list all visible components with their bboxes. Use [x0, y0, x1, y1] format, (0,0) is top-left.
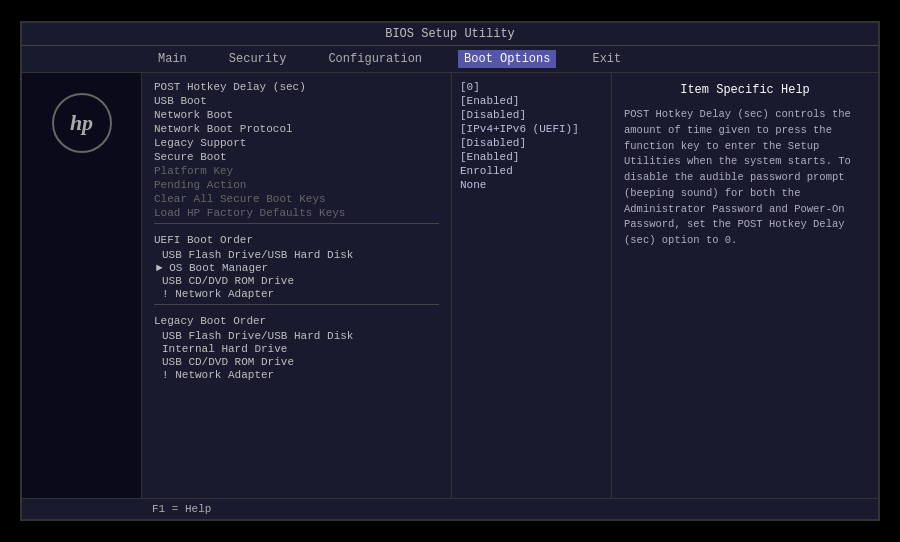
value-pending-action: None [460, 179, 603, 191]
option-label-network-boot-protocol: Network Boot Protocol [154, 123, 293, 135]
uefi-item-1[interactable]: USB Flash Drive/USB Hard Disk [154, 249, 439, 261]
option-network-boot[interactable]: Network Boot [154, 109, 439, 121]
bios-screen: BIOS Setup Utility Main Security Configu… [20, 21, 880, 521]
option-label-load-hp-defaults: Load HP Factory Defaults Keys [154, 207, 345, 219]
option-usb-boot[interactable]: USB Boot [154, 95, 439, 107]
divider-uefi [154, 223, 439, 224]
option-post-hotkey[interactable]: POST Hotkey Delay (sec) [154, 81, 439, 93]
legacy-item-3[interactable]: USB CD/DVD ROM Drive [154, 356, 439, 368]
value-usb-boot: [Enabled] [460, 95, 603, 107]
hp-logo: hp [52, 93, 112, 153]
menu-boot-options[interactable]: Boot Options [458, 50, 556, 68]
menu-security[interactable]: Security [223, 50, 293, 68]
option-label-network-boot: Network Boot [154, 109, 233, 121]
uefi-boot-order-header: UEFI Boot Order [154, 234, 439, 246]
value-network-boot-protocol: [IPv4+IPv6 (UEFI)] [460, 123, 603, 135]
option-network-boot-protocol[interactable]: Network Boot Protocol [154, 123, 439, 135]
option-legacy-support[interactable]: Legacy Support [154, 137, 439, 149]
divider-legacy [154, 304, 439, 305]
options-panel: POST Hotkey Delay (sec) USB Boot Network… [142, 73, 452, 498]
help-title: Item Specific Help [624, 83, 866, 97]
uefi-item-4[interactable]: ! Network Adapter [154, 288, 439, 300]
sidebar: hp [22, 73, 142, 498]
legacy-boot-order-header: Legacy Boot Order [154, 315, 439, 327]
menu-main[interactable]: Main [152, 50, 193, 68]
menu-exit[interactable]: Exit [586, 50, 627, 68]
option-label-usb-boot: USB Boot [154, 95, 207, 107]
option-label-legacy-support: Legacy Support [154, 137, 246, 149]
legacy-item-1[interactable]: USB Flash Drive/USB Hard Disk [154, 330, 439, 342]
option-label-post-hotkey: POST Hotkey Delay (sec) [154, 81, 306, 93]
option-clear-secure-boot[interactable]: Clear All Secure Boot Keys [154, 193, 439, 205]
option-platform-key[interactable]: Platform Key [154, 165, 439, 177]
help-text: POST Hotkey Delay (sec) controls the amo… [624, 107, 866, 249]
uefi-item-2[interactable]: ► OS Boot Manager [154, 262, 439, 274]
value-post-hotkey: [0] [460, 81, 603, 93]
value-network-boot: [Disabled] [460, 109, 603, 121]
legacy-item-2[interactable]: Internal Hard Drive [154, 343, 439, 355]
value-secure-boot: [Enabled] [460, 151, 603, 163]
option-pending-action[interactable]: Pending Action [154, 179, 439, 191]
option-label-clear-secure-boot: Clear All Secure Boot Keys [154, 193, 326, 205]
option-secure-boot[interactable]: Secure Boot [154, 151, 439, 163]
legacy-item-4[interactable]: ! Network Adapter [154, 369, 439, 381]
option-label-secure-boot: Secure Boot [154, 151, 227, 163]
value-legacy-support: [Disabled] [460, 137, 603, 149]
menu-configuration[interactable]: Configuration [322, 50, 428, 68]
option-load-hp-defaults[interactable]: Load HP Factory Defaults Keys [154, 207, 439, 219]
footer-help-label: F1 = Help [152, 503, 211, 515]
title-bar: BIOS Setup Utility [22, 23, 878, 46]
footer: F1 = Help [22, 498, 878, 519]
bios-title: BIOS Setup Utility [385, 27, 515, 41]
values-panel: [0] [Enabled] [Disabled] [IPv4+IPv6 (UEF… [452, 73, 612, 498]
help-panel: Item Specific Help POST Hotkey Delay (se… [612, 73, 878, 498]
uefi-item-3[interactable]: USB CD/DVD ROM Drive [154, 275, 439, 287]
menu-bar: Main Security Configuration Boot Options… [22, 46, 878, 73]
option-label-pending-action: Pending Action [154, 179, 246, 191]
value-platform-key: Enrolled [460, 165, 603, 177]
main-content: hp POST Hotkey Delay (sec) USB Boot Netw… [22, 73, 878, 498]
option-label-platform-key: Platform Key [154, 165, 233, 177]
